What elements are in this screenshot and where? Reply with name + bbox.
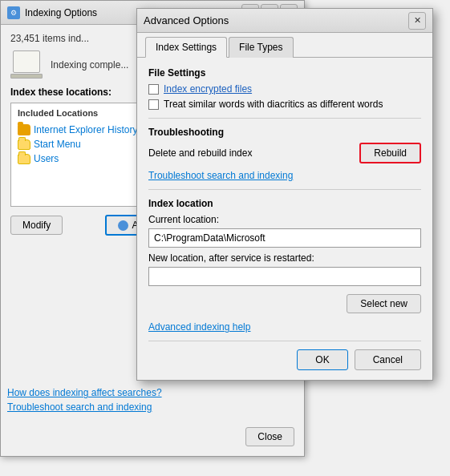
adv-btn-row: OK Cancel <box>148 341 421 370</box>
current-location-label: Current location: <box>148 214 421 225</box>
adv-close-button[interactable]: ✕ <box>408 12 426 30</box>
modify-button[interactable]: Modify <box>10 216 63 235</box>
indexing-affect-link[interactable]: How does indexing affect searches? <box>7 387 162 398</box>
new-location-input[interactable] <box>148 267 421 286</box>
delete-rebuild-label: Delete and rebuild index <box>148 147 252 159</box>
current-location-input[interactable] <box>148 228 421 248</box>
folder-icon <box>18 139 30 150</box>
troubleshoot-search-link[interactable]: Troubleshoot search and indexing <box>148 170 293 181</box>
troubleshoot-link-bg[interactable]: Troubleshoot search and indexing <box>7 401 162 413</box>
troubleshoot-section: Troubleshooting Delete and rebuild index… <box>148 127 421 181</box>
drive-icon <box>10 50 43 79</box>
drive-base <box>10 74 43 79</box>
titlebar-left: ⚙ Indexing Options <box>7 6 97 19</box>
adv-titlebar-controls: ✕ <box>408 12 426 30</box>
rebuild-button[interactable]: Rebuild <box>359 143 421 163</box>
checkbox-row-diacritics: Treat similar words with diacritics as d… <box>148 99 421 110</box>
adv-tabs: Index Settings File Types <box>137 33 432 58</box>
indexing-title: Indexing Options <box>25 7 97 18</box>
indexing-close-button[interactable]: Close <box>245 427 294 446</box>
encrypt-label: Index encrypted files <box>164 83 252 95</box>
bottom-links: How does indexing affect searches? Troub… <box>7 387 162 416</box>
indexing-complete: Indexing comple... <box>51 59 128 71</box>
rebuild-row: Delete and rebuild index Rebuild <box>148 143 421 163</box>
adv-body: File Settings Index encrypted files Trea… <box>137 58 432 380</box>
diacritics-label: Treat similar words with diacritics as d… <box>164 99 383 110</box>
tab-file-types[interactable]: File Types <box>229 37 293 58</box>
advanced-options-dialog: Advanced Options ✕ Index Settings File T… <box>136 8 433 381</box>
index-location-label: Index location <box>148 198 421 209</box>
ok-button[interactable]: OK <box>297 349 347 370</box>
adv-title: Advanced Options <box>144 14 229 26</box>
tab-index-settings[interactable]: Index Settings <box>145 37 227 58</box>
window-icon: ⚙ <box>7 6 20 19</box>
divider-1 <box>148 118 421 119</box>
advanced-indexing-help-link[interactable]: Advanced indexing help <box>148 321 250 333</box>
ie-icon <box>18 124 30 135</box>
new-location-row: Select new <box>148 294 421 313</box>
location-name: Internet Explorer History <box>34 124 137 135</box>
divider-2 <box>148 189 421 190</box>
drive-body <box>13 50 40 73</box>
encrypt-checkbox[interactable] <box>148 84 159 95</box>
checkbox-row-encrypted: Index encrypted files <box>148 83 421 95</box>
close-row: Close <box>245 427 294 446</box>
index-location-section: Index location Current location: New loc… <box>148 198 421 313</box>
cancel-button[interactable]: Cancel <box>355 349 421 370</box>
file-settings-label: File Settings <box>148 67 421 79</box>
select-new-button[interactable]: Select new <box>347 294 421 313</box>
gear-icon <box>118 220 128 231</box>
diacritics-checkbox[interactable] <box>148 99 159 110</box>
folder-icon <box>18 154 30 164</box>
location-name: Start Menu <box>34 139 81 150</box>
troubleshoot-label: Troubleshooting <box>148 127 421 138</box>
adv-titlebar: Advanced Options ✕ <box>137 9 432 33</box>
location-name: Users <box>34 153 59 164</box>
new-location-label: New location, after service is restarted… <box>148 252 421 264</box>
